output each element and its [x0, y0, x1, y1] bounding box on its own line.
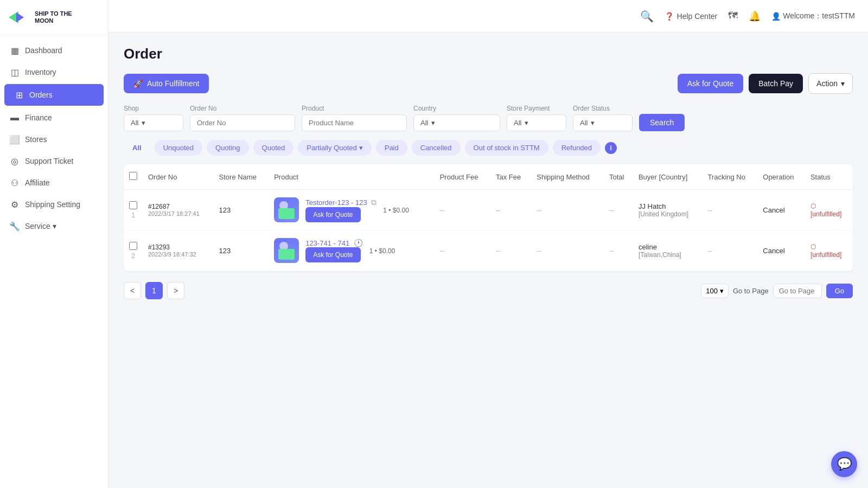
- batch-pay-button[interactable]: Batch Pay: [749, 74, 803, 93]
- user-menu[interactable]: 👤 Welcome：testSTTM: [771, 11, 855, 21]
- next-page-button[interactable]: >: [167, 282, 184, 299]
- chat-icon: 💬: [837, 457, 852, 471]
- chevron-down-icon: ▾: [841, 79, 845, 88]
- sidebar-item-label: Dashboard: [25, 46, 62, 55]
- chevron-down-icon: ▾: [720, 287, 724, 295]
- col-product-fee: Product Fee: [435, 164, 490, 190]
- chevron-down-icon: ▾: [525, 119, 528, 127]
- page-1-button[interactable]: 1: [145, 282, 163, 299]
- shop-filter: Shop All ▾: [124, 105, 183, 131]
- tab-refunded[interactable]: Refunded: [553, 140, 601, 156]
- chevron-down-icon: ▾: [431, 119, 435, 127]
- total-cell: --: [604, 190, 633, 230]
- unfulfilled-icon: ⬡: [810, 243, 816, 251]
- tracking-no-cell: --: [702, 230, 757, 271]
- col-status: Status: [805, 164, 853, 190]
- map-icon[interactable]: 🗺: [728, 10, 738, 22]
- header: 🔍 ❓ Help Center 🗺 🔔 👤 Welcome：testSTTM: [108, 0, 868, 33]
- sidebar-item-stores[interactable]: ⬜ Stores: [0, 129, 108, 150]
- stores-icon: ⬜: [10, 134, 20, 144]
- status-badge[interactable]: ⬡ [unfulfilled]: [810, 202, 841, 218]
- search-button[interactable]: Search: [639, 114, 685, 131]
- go-button[interactable]: Go: [826, 284, 853, 298]
- country-select[interactable]: All ▾: [413, 114, 500, 131]
- info-button[interactable]: i: [605, 142, 617, 154]
- tab-quoting[interactable]: Quoting: [207, 140, 249, 156]
- cancel-button[interactable]: Cancel: [763, 206, 784, 214]
- sidebar-item-label: Orders: [29, 91, 53, 99]
- order-no-input[interactable]: [190, 114, 295, 131]
- product-link[interactable]: Testorder-123 - 123: [305, 198, 367, 207]
- status-badge[interactable]: ⬡ [unfulfilled]: [810, 243, 841, 259]
- tab-out-of-stock[interactable]: Out of stock in STTM: [465, 140, 548, 156]
- store-name-cell: 123: [214, 230, 269, 271]
- col-order-no: Order No: [143, 164, 214, 190]
- order-status-select[interactable]: All ▾: [573, 114, 633, 131]
- table: Order No Store Name Product Product Fee …: [124, 164, 853, 271]
- tab-partially-quoted[interactable]: Partially Quoted ▾: [298, 140, 372, 156]
- store-payment-select[interactable]: All ▾: [507, 114, 566, 131]
- sidebar-item-service[interactable]: 🔧 Service ▾: [0, 215, 108, 237]
- chevron-down-icon: ▾: [142, 119, 145, 127]
- inventory-icon: ◫: [10, 67, 20, 77]
- chevron-down-icon: ▾: [591, 119, 595, 127]
- tab-unquoted[interactable]: Unquoted: [155, 140, 202, 156]
- operation-cell: Cancel: [757, 230, 805, 271]
- sidebar-item-shipping-setting[interactable]: ⚙ Shipping Setting: [0, 194, 108, 215]
- row-checkbox[interactable]: [129, 242, 137, 250]
- search-icon[interactable]: 🔍: [640, 10, 654, 23]
- sidebar-item-label: Shipping Setting: [25, 200, 80, 209]
- logo-icon: [9, 9, 31, 26]
- sidebar-item-affiliate[interactable]: ⚇ Affiliate: [0, 172, 108, 194]
- shipping-icon: ⚙: [10, 200, 20, 209]
- product-link[interactable]: 123-741 - 741: [305, 239, 349, 247]
- product-image: [274, 197, 299, 222]
- clock-icon[interactable]: 🕐: [354, 239, 363, 247]
- affiliate-icon: ⚇: [10, 178, 20, 188]
- action-button[interactable]: Action ▾: [808, 73, 853, 94]
- sidebar-item-support-ticket[interactable]: ◎ Support Ticket: [0, 150, 108, 172]
- prev-page-button[interactable]: <: [124, 282, 141, 299]
- goto-page-input[interactable]: [773, 284, 822, 298]
- sidebar-item-orders[interactable]: ⊞ Orders: [4, 84, 104, 106]
- product-fee-cell: --: [435, 190, 490, 230]
- row-checkbox[interactable]: [129, 201, 137, 209]
- tab-cancelled[interactable]: Cancelled: [412, 140, 461, 156]
- cancel-button[interactable]: Cancel: [763, 247, 784, 255]
- sidebar-item-label: Affiliate: [25, 178, 50, 187]
- store-payment-filter: Store Payment All ▾: [507, 105, 566, 131]
- status-tabs: All Unquoted Quoting Quoted Partially Qu…: [124, 140, 853, 156]
- ask-quote-row-button[interactable]: Ask for Quote: [305, 247, 360, 262]
- product-image: [274, 238, 299, 263]
- sidebar-item-dashboard[interactable]: ▦ Dashboard: [0, 40, 108, 61]
- page-content: Order 🚀 Auto Fulfillment Ask for Quote B…: [108, 33, 868, 488]
- tab-quoted[interactable]: Quoted: [253, 140, 294, 156]
- rocket-icon: 🚀: [133, 79, 143, 88]
- chat-widget[interactable]: 💬: [831, 451, 857, 477]
- total-cell: --: [604, 230, 633, 271]
- shop-select[interactable]: All ▾: [124, 114, 183, 131]
- copy-icon[interactable]: ⧉: [371, 198, 376, 207]
- col-buyer-country: Buyer [Country]: [633, 164, 702, 190]
- help-center-button[interactable]: ❓ Help Center: [665, 12, 718, 21]
- tab-paid[interactable]: Paid: [376, 140, 407, 156]
- page-title: Order: [124, 46, 853, 62]
- tab-all[interactable]: All: [124, 140, 150, 156]
- goto-label: Go to Page: [733, 287, 769, 295]
- select-all-checkbox[interactable]: [129, 172, 137, 180]
- page-size-select[interactable]: 100 ▾: [701, 284, 729, 298]
- sidebar-item-finance[interactable]: ▬ Finance: [0, 107, 108, 129]
- bell-icon[interactable]: 🔔: [749, 10, 761, 22]
- auto-fulfillment-button[interactable]: 🚀 Auto Fulfillment: [124, 74, 209, 93]
- ask-for-quote-button[interactable]: Ask for Quote: [678, 74, 744, 93]
- product-name-input[interactable]: [302, 114, 407, 131]
- product-cell: 123-741 - 741 🕐 Ask for Quote 1 • $0.00: [269, 230, 435, 271]
- sidebar-item-inventory[interactable]: ◫ Inventory: [0, 61, 108, 83]
- toolbar-right: Ask for Quote Batch Pay Action ▾: [678, 73, 853, 94]
- ask-quote-row-button[interactable]: Ask for Quote: [305, 207, 360, 222]
- pagination: < 1 > 100 ▾ Go to Page Go: [124, 282, 853, 299]
- country-filter: Country All ▾: [413, 105, 500, 131]
- orders-icon: ⊞: [14, 90, 24, 100]
- product-cell: Testorder-123 - 123 ⧉ Ask for Quote 1 • …: [269, 190, 435, 230]
- order-no-cell: #13293 2022/3/9 18:47:32: [143, 230, 214, 271]
